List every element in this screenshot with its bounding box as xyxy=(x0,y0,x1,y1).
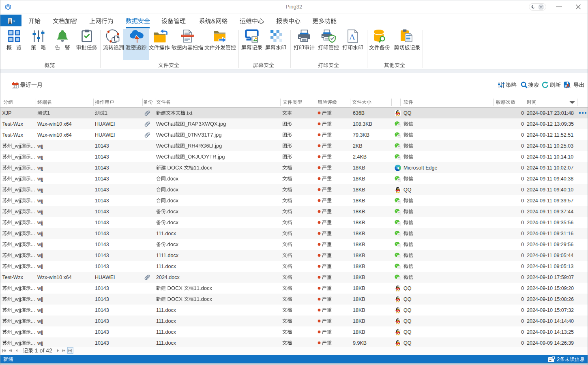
svg-text:23: 23 xyxy=(13,84,17,88)
svg-text:A: A xyxy=(349,32,356,42)
